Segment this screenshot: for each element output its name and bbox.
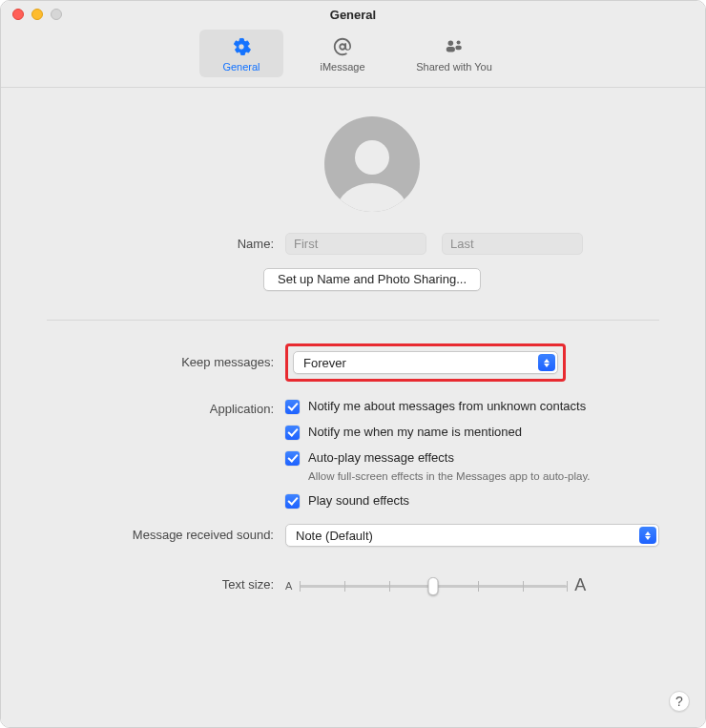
keep-messages-highlight: Forever xyxy=(285,343,566,382)
checkbox-name-mentioned[interactable] xyxy=(285,426,300,440)
text-size-slider[interactable] xyxy=(300,576,567,595)
svg-point-1 xyxy=(457,40,461,44)
text-size-min-icon: A xyxy=(285,580,292,592)
checkbox-label: Play sound effects xyxy=(308,493,409,508)
checkbox-label: Notify me about messages from unknown co… xyxy=(308,399,586,413)
tab-label: iMessage xyxy=(320,61,364,73)
people-icon xyxy=(444,35,465,58)
received-sound-value: Note (Default) xyxy=(296,529,373,543)
keep-messages-value: Forever xyxy=(303,356,346,370)
close-window-button[interactable] xyxy=(12,9,24,20)
tab-imessage[interactable]: iMessage xyxy=(301,30,384,77)
gear-icon xyxy=(231,35,252,58)
received-sound-popup[interactable]: Note (Default) xyxy=(285,524,659,547)
window-title: General xyxy=(330,8,376,22)
window-controls xyxy=(12,9,62,20)
svg-rect-3 xyxy=(455,46,461,51)
application-label: Application: xyxy=(47,399,274,416)
svg-rect-2 xyxy=(446,47,455,52)
svg-point-0 xyxy=(448,41,454,47)
checkbox-label: Auto-play message effects xyxy=(308,450,454,465)
checkbox-play-sound-effects[interactable] xyxy=(285,494,300,509)
minimize-window-button[interactable] xyxy=(31,9,43,20)
keep-messages-popup[interactable]: Forever xyxy=(293,351,558,374)
preferences-toolbar: General iMessage Shared with You xyxy=(1,28,705,88)
autoplay-helper-text: Allow full-screen effects in the Message… xyxy=(308,470,659,482)
last-name-field[interactable]: Last xyxy=(442,233,583,255)
setup-name-photo-sharing-button[interactable]: Set up Name and Photo Sharing... xyxy=(263,268,481,291)
tab-shared-with-you[interactable]: Shared with You xyxy=(402,30,507,77)
text-size-label: Text size: xyxy=(47,575,274,592)
popup-arrows-icon xyxy=(538,354,555,371)
zoom-window-button xyxy=(51,9,62,20)
checkbox-unknown-contacts[interactable] xyxy=(285,400,300,414)
at-sign-icon xyxy=(332,35,353,58)
tab-label: General xyxy=(222,61,260,73)
popup-arrows-icon xyxy=(639,527,656,544)
received-sound-label: Message received sound: xyxy=(47,524,274,542)
tab-label: Shared with You xyxy=(416,61,492,73)
slider-knob[interactable] xyxy=(428,577,439,595)
keep-messages-label: Keep messages: xyxy=(47,343,274,369)
text-size-max-icon: A xyxy=(574,575,586,595)
help-button[interactable]: ? xyxy=(669,691,690,712)
profile-avatar[interactable] xyxy=(324,116,420,212)
name-label: Name: xyxy=(47,237,274,251)
section-divider xyxy=(47,320,659,321)
checkbox-label: Notify me when my name is mentioned xyxy=(308,425,522,439)
title-bar: General xyxy=(1,1,705,28)
tab-general[interactable]: General xyxy=(199,30,283,77)
checkbox-autoplay-effects[interactable] xyxy=(285,451,300,466)
first-name-field[interactable]: First xyxy=(285,233,426,255)
